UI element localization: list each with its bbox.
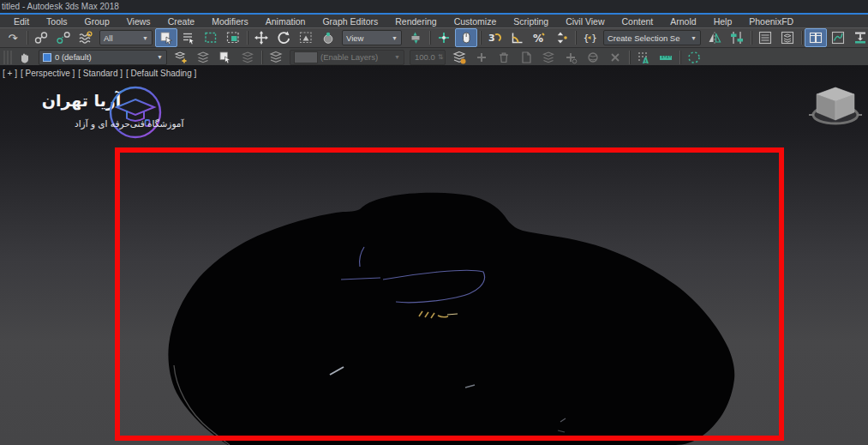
menu-animation[interactable]: Animation [257, 16, 314, 27]
graduation-cap-icon [105, 84, 165, 144]
viewport-pov-menu[interactable]: [ Perspective ] [21, 69, 75, 78]
svg-text:{: { [584, 33, 590, 44]
spinner-arrows-icon[interactable]: ⇅ [438, 54, 444, 61]
menu-edit[interactable]: Edit [5, 16, 38, 27]
select-and-place-icon[interactable] [317, 28, 339, 47]
current-layer-dropdown[interactable]: 0 (default) ▼ [39, 50, 167, 65]
add-selection-to-layer-icon[interactable] [192, 48, 214, 67]
reference-coordinate-system-dropdown[interactable]: View ▼ [342, 30, 402, 45]
main-toolbar: ↷ All ▼ [0, 27, 868, 48]
paste-layer-icon[interactable] [537, 48, 560, 67]
svg-text:A: A [643, 56, 649, 64]
annotation-red-rectangle [115, 147, 784, 441]
toggle-ribbon-button[interactable] [805, 28, 827, 47]
autogrid-icon[interactable]: A [632, 48, 655, 67]
toolbar-grip-handle[interactable] [3, 51, 12, 64]
toolbar-separator [801, 31, 802, 45]
menu-views[interactable]: Views [118, 16, 159, 27]
track-view-icon[interactable] [849, 28, 868, 47]
merge-anim-layer-icon[interactable] [470, 48, 493, 67]
menu-create[interactable]: Create [159, 16, 204, 27]
toolbar-separator [751, 31, 751, 45]
anim-layer-indicator [294, 51, 318, 63]
menu-arnold[interactable]: Arnold [661, 16, 704, 27]
viewport-general-menu[interactable]: [ + ] [3, 69, 17, 78]
chevron-down-icon: ▼ [157, 54, 163, 60]
menu-graph-editors[interactable]: Graph Editors [314, 16, 386, 27]
menu-scripting[interactable]: Scripting [505, 16, 557, 27]
measure-distance-icon[interactable] [655, 48, 677, 67]
select-and-scale-icon[interactable] [295, 28, 317, 47]
chevron-down-icon: ▼ [691, 35, 697, 41]
unlink-selection-icon[interactable] [52, 28, 75, 47]
menu-modifiers[interactable]: Modifiers [203, 16, 257, 27]
spinner-snap-toggle-icon[interactable] [550, 28, 572, 47]
window-titlebar[interactable]: titled - Autodesk 3ds Max 2018 [0, 0, 868, 13]
angle-snap-toggle-icon[interactable] [506, 28, 528, 47]
paste-new-layer-icon[interactable] [560, 48, 582, 67]
menu-tools[interactable]: Tools [38, 16, 76, 27]
select-and-link-icon[interactable] [30, 28, 52, 47]
select-object-button[interactable] [155, 28, 177, 47]
menu-phoenixfd[interactable]: PhoenixFD [740, 16, 802, 27]
select-by-name-icon[interactable] [177, 28, 200, 47]
watermark-logo: آریا تهران آموزشگاه فنی‌حرفه ای و آزاد [30, 84, 240, 144]
scene-explorer-icon[interactable] [754, 28, 776, 47]
svg-text:%: % [533, 33, 543, 45]
mirror-icon[interactable] [703, 28, 726, 47]
keyboard-shortcut-override-button[interactable] [455, 28, 477, 47]
svg-text:}: } [591, 33, 597, 44]
watermark-subtitle: آموزشگاه فنی‌حرفه ای و آزاد [75, 118, 183, 129]
disable-anim-layer-icon[interactable] [604, 48, 626, 67]
menu-group[interactable]: Group [76, 16, 118, 27]
percent-snap-toggle-icon[interactable]: % [528, 28, 550, 47]
menu-civil-view[interactable]: Civil View [557, 16, 613, 27]
layer-explorer-icon[interactable] [776, 28, 799, 47]
viewport-renderer-menu[interactable]: [ Standard ] [78, 69, 123, 78]
menu-customize[interactable]: Customize [446, 16, 506, 27]
animation-layers-icon[interactable] [265, 48, 287, 67]
redo-icon[interactable]: ↷ [2, 28, 24, 47]
viewport-shading-menu[interactable]: [ Default Shading ] [126, 69, 196, 78]
bind-to-space-warp-icon[interactable] [75, 28, 97, 47]
animation-layers-dropdown[interactable]: (Enable Layers) ▼ [290, 50, 404, 65]
create-new-layer-icon[interactable] [170, 48, 192, 67]
set-current-layer-icon[interactable] [236, 48, 259, 67]
menu-rendering[interactable]: Rendering [386, 16, 445, 27]
named-selection-set-dropdown[interactable]: Create Selection Se ▼ [603, 30, 701, 45]
snaps-toggle-icon[interactable]: 3 [483, 28, 506, 47]
toolbar-separator [429, 31, 430, 45]
chevron-down-icon: ▼ [394, 54, 400, 60]
window-title: titled - Autodesk 3ds Max 2018 [0, 2, 119, 11]
toolbar-separator [480, 31, 481, 45]
selection-brackets-icon[interactable] [683, 48, 705, 67]
viewport[interactable]: [ + ] [ Perspective ] [ Standard ] [ Def… [0, 65, 868, 445]
curve-editor-icon[interactable] [827, 28, 849, 47]
select-objects-in-layer-icon[interactable] [214, 48, 236, 67]
window-crossing-icon[interactable] [222, 28, 244, 47]
menu-help[interactable]: Help [705, 16, 741, 27]
anim-layer-weight-spinner[interactable]: 100.0 ⇅ [410, 50, 446, 65]
toolbar-separator [261, 51, 262, 64]
layer-color-swatch [43, 53, 51, 62]
chevron-down-icon: ▼ [142, 35, 148, 41]
select-and-move-icon[interactable] [250, 28, 272, 47]
toolbar-separator [629, 51, 630, 64]
add-anim-layer-icon[interactable] [448, 48, 470, 67]
select-and-rotate-icon[interactable] [272, 28, 295, 47]
selection-filter-dropdown[interactable]: All ▼ [99, 30, 153, 45]
select-and-manipulate-icon[interactable] [433, 28, 455, 47]
toolbar-separator [27, 31, 27, 45]
edit-named-selection-sets-icon[interactable]: {} [578, 28, 601, 47]
layer-hand-icon[interactable] [14, 48, 36, 67]
delete-anim-layer-icon[interactable] [493, 48, 515, 67]
align-icon[interactable] [726, 28, 748, 47]
viewcube[interactable] [807, 79, 864, 129]
toolbar-separator [247, 31, 248, 45]
collapse-layer-icon[interactable] [582, 48, 604, 67]
toolbar-separator [575, 31, 576, 45]
use-pivot-point-center-icon[interactable] [404, 28, 427, 47]
menu-content[interactable]: Content [613, 16, 661, 27]
copy-layer-icon[interactable] [515, 48, 537, 67]
rectangular-selection-region-icon[interactable] [200, 28, 222, 47]
